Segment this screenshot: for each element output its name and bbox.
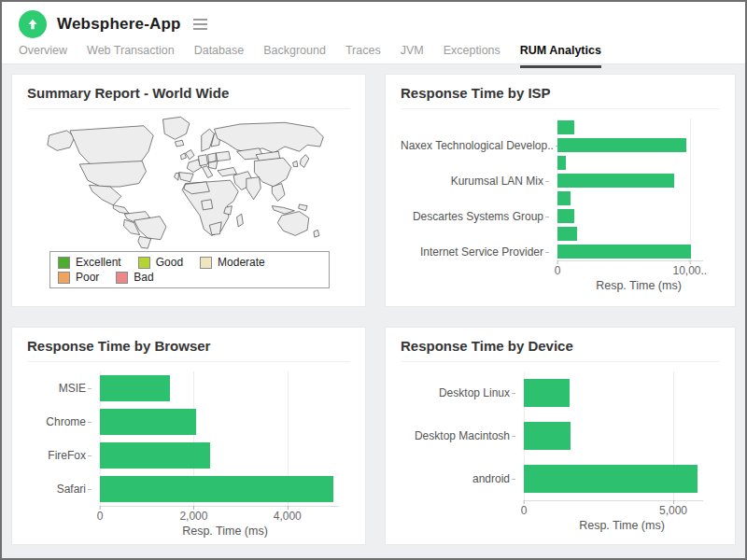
- bar-row: Desktop Linux: [401, 371, 720, 414]
- bar[interactable]: [557, 156, 566, 170]
- bar-track: [524, 371, 703, 414]
- map-region-greenland[interactable]: [163, 117, 190, 139]
- map-region-canada[interactable]: [70, 126, 153, 165]
- bar-row: Descartes Systems Group: [401, 207, 720, 225]
- map-region-argentina[interactable]: [138, 236, 151, 248]
- map-region-alaska[interactable]: [48, 131, 75, 150]
- map-region-new-guinea[interactable]: [299, 204, 307, 211]
- map-region-spain[interactable]: [179, 173, 193, 182]
- legend-item-excellent: Excellent: [58, 256, 121, 269]
- tab-rum-analytics[interactable]: RUM Analytics: [520, 44, 601, 68]
- legend-label: Good: [156, 256, 183, 269]
- bar[interactable]: [524, 422, 571, 450]
- bar[interactable]: [557, 191, 571, 205]
- map-region-indonesia[interactable]: [272, 206, 294, 215]
- app-status-icon: [19, 10, 47, 38]
- bar-track: [524, 457, 703, 500]
- x-axis: 02,0004,000: [100, 506, 339, 522]
- tab-overview[interactable]: Overview: [19, 44, 67, 68]
- bar-track: [100, 439, 339, 472]
- map-region-norway-sweden[interactable]: [202, 129, 215, 151]
- tab-jvm[interactable]: JVM: [401, 44, 424, 68]
- category-label: Internet Service Provider: [401, 245, 557, 259]
- bar-row: [401, 119, 720, 136]
- arrow-up-icon: [25, 17, 40, 32]
- map-region-madagascar[interactable]: [237, 214, 244, 227]
- x-tick-label: 0: [555, 264, 561, 277]
- map-region-turkey[interactable]: [218, 167, 237, 175]
- x-axis-title: Resp. Time (ms): [557, 279, 720, 292]
- panel-response-time-device: Response Time by Device Desktop LinuxDes…: [385, 327, 736, 545]
- tab-web-transaction[interactable]: Web Transaction: [87, 44, 175, 68]
- tab-traces[interactable]: Traces: [345, 44, 381, 68]
- browser-bar-chart: MSIEChromeFireFoxSafari 02,0004,000 Resp…: [27, 362, 350, 538]
- legend-label: Bad: [134, 271, 153, 284]
- bar[interactable]: [557, 227, 577, 241]
- panel-response-time-isp: Response Time by ISP Naxex Technological…: [385, 74, 736, 307]
- panel-title-device: Response Time by Device: [401, 338, 720, 362]
- plot-area: Desktop LinuxDesktop Macintoshandroid: [401, 371, 720, 500]
- bar[interactable]: [100, 409, 196, 435]
- map-region-central-america[interactable]: [113, 205, 129, 214]
- legend-swatch-excellent: [58, 257, 70, 269]
- map-region-india[interactable]: [247, 177, 261, 200]
- legend-item-good: Good: [138, 256, 183, 269]
- category-label: Chrome: [27, 415, 100, 428]
- map-region-korea[interactable]: [293, 161, 298, 167]
- map-region-russia[interactable]: [214, 122, 323, 153]
- map-region-portugal[interactable]: [175, 173, 179, 180]
- bar-row: [401, 154, 720, 172]
- bar[interactable]: [100, 375, 170, 401]
- bar[interactable]: [557, 245, 691, 259]
- map-region-mexico[interactable]: [90, 185, 121, 204]
- bar-track: [557, 189, 703, 207]
- legend-item-poor: Poor: [58, 271, 99, 284]
- bar[interactable]: [100, 442, 210, 469]
- x-tick-label: 0: [97, 510, 104, 523]
- map-region-japan[interactable]: [300, 155, 308, 168]
- map-region-brazil[interactable]: [134, 217, 166, 240]
- legend-label: Excellent: [76, 256, 121, 269]
- category-label: FireFox: [27, 449, 100, 462]
- bar[interactable]: [557, 174, 674, 188]
- bar[interactable]: [557, 138, 686, 152]
- bar[interactable]: [557, 209, 574, 223]
- map-region-usa[interactable]: [79, 161, 146, 187]
- tab-database[interactable]: Database: [194, 44, 245, 68]
- hamburger-menu-icon[interactable]: [191, 16, 209, 33]
- bar[interactable]: [524, 379, 570, 407]
- bar-row: Safari: [27, 472, 350, 506]
- map-region-poland[interactable]: [208, 153, 217, 162]
- bar-row: [401, 189, 720, 207]
- map-region-new-zealand[interactable]: [314, 230, 319, 237]
- map-region-se-asia[interactable]: [272, 184, 285, 202]
- legend-swatch-moderate: [200, 257, 212, 269]
- bar-track: [557, 225, 703, 243]
- bar-track: [557, 119, 703, 136]
- map-region-ireland[interactable]: [180, 153, 186, 160]
- bar[interactable]: [557, 120, 574, 134]
- tab-exceptions[interactable]: Exceptions: [444, 44, 500, 68]
- map-region-nigeria[interactable]: [202, 200, 213, 210]
- map-region-balkans[interactable]: [208, 161, 217, 170]
- category-label: Desktop Macintosh: [401, 429, 524, 442]
- bar[interactable]: [100, 476, 333, 502]
- bar-track: [524, 414, 703, 457]
- category-label: Kurumsal LAN Mix: [401, 175, 557, 188]
- bar-track: [100, 405, 339, 439]
- panel-response-time-browser: Response Time by Browser MSIEChromeFireF…: [11, 327, 366, 545]
- map-region-ukraine[interactable]: [216, 151, 230, 161]
- map-region-germany[interactable]: [198, 155, 207, 166]
- category-label: Safari: [27, 483, 100, 496]
- tab-background[interactable]: Background: [263, 44, 326, 68]
- map-region-iceland[interactable]: [175, 140, 183, 147]
- map-region-australia[interactable]: [277, 212, 308, 236]
- bar-track: [557, 154, 703, 172]
- category-label: Desktop Linux: [401, 386, 524, 399]
- category-label: Naxex Technological Develop..: [401, 139, 557, 152]
- bar[interactable]: [524, 465, 698, 493]
- legend-item-bad: Bad: [116, 271, 153, 284]
- map-region-uk[interactable]: [186, 150, 194, 160]
- x-tick-label: 4,000: [274, 510, 302, 523]
- x-axis-title: Resp. Time (ms): [524, 519, 720, 532]
